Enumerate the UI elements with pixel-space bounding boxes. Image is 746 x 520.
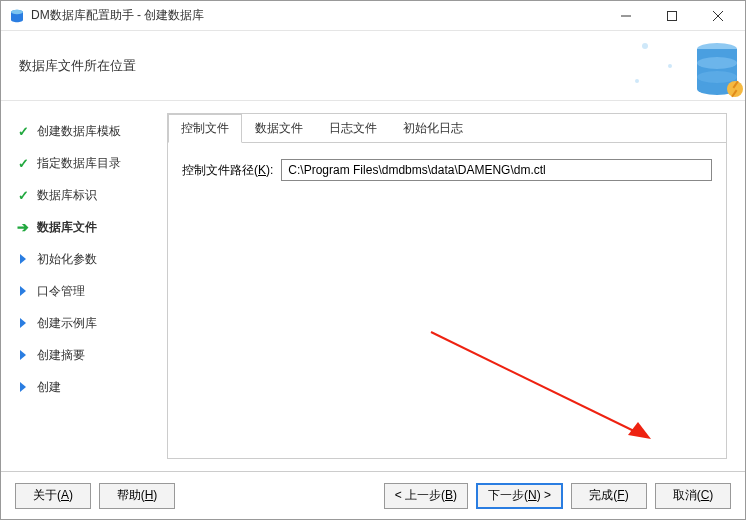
- step-item[interactable]: ➔数据库文件: [15, 211, 161, 243]
- path-label: 控制文件路径(K):: [182, 162, 273, 179]
- app-icon: [9, 8, 25, 24]
- checkmark-icon: ✓: [15, 124, 31, 139]
- control-file-row: 控制文件路径(K):: [168, 143, 726, 197]
- svg-point-15: [668, 64, 672, 68]
- step-label: 创建: [37, 379, 61, 396]
- db-decor-icon: [625, 31, 745, 101]
- finish-button[interactable]: 完成(F): [571, 483, 647, 509]
- checkmark-icon: ✓: [15, 156, 31, 171]
- step-label: 初始化参数: [37, 251, 97, 268]
- cancel-button[interactable]: 取消(C): [655, 483, 731, 509]
- svg-point-14: [642, 43, 648, 49]
- step-item[interactable]: 创建: [15, 371, 161, 403]
- page-subtitle: 数据库文件所在位置: [19, 57, 136, 75]
- about-button[interactable]: 关于(A): [15, 483, 91, 509]
- step-label: 创建数据库模板: [37, 123, 121, 140]
- help-button[interactable]: 帮助(H): [99, 483, 175, 509]
- step-item[interactable]: 口令管理: [15, 275, 161, 307]
- tab-2[interactable]: 日志文件: [316, 114, 390, 143]
- svg-rect-3: [668, 11, 677, 20]
- header: 数据库文件所在位置: [1, 31, 745, 101]
- svg-point-1: [11, 9, 23, 13]
- body: ✓创建数据库模板✓指定数据库目录✓数据库标识➔数据库文件初始化参数口令管理创建示…: [1, 101, 745, 471]
- content-panel: 控制文件数据文件日志文件初始化日志 控制文件路径(K):: [167, 113, 727, 459]
- step-item[interactable]: ✓数据库标识: [15, 179, 161, 211]
- step-label: 数据库标识: [37, 187, 97, 204]
- triangle-icon: [15, 286, 31, 296]
- next-button[interactable]: 下一步(N) >: [476, 483, 563, 509]
- step-label: 创建示例库: [37, 315, 97, 332]
- control-file-path-input[interactable]: [281, 159, 712, 181]
- svg-point-11: [727, 81, 743, 97]
- step-item[interactable]: 初始化参数: [15, 243, 161, 275]
- step-item[interactable]: 创建摘要: [15, 339, 161, 371]
- step-item[interactable]: ✓创建数据库模板: [15, 115, 161, 147]
- triangle-icon: [15, 350, 31, 360]
- arrow-right-icon: ➔: [15, 219, 31, 235]
- checkmark-icon: ✓: [15, 188, 31, 203]
- triangle-icon: [15, 318, 31, 328]
- footer: 关于(A) 帮助(H) < 上一步(B) 下一步(N) > 完成(F) 取消(C…: [1, 471, 745, 519]
- tab-0[interactable]: 控制文件: [168, 114, 242, 143]
- step-label: 创建摘要: [37, 347, 85, 364]
- triangle-icon: [15, 254, 31, 264]
- svg-point-10: [697, 71, 737, 83]
- maximize-button[interactable]: [649, 2, 695, 30]
- close-button[interactable]: [695, 2, 741, 30]
- step-label: 口令管理: [37, 283, 85, 300]
- content: 控制文件数据文件日志文件初始化日志 控制文件路径(K):: [161, 101, 745, 471]
- step-label: 数据库文件: [37, 219, 97, 236]
- step-item[interactable]: 创建示例库: [15, 307, 161, 339]
- titlebar: DM数据库配置助手 - 创建数据库: [1, 1, 745, 31]
- tabs: 控制文件数据文件日志文件初始化日志: [168, 114, 726, 143]
- svg-point-9: [697, 57, 737, 69]
- triangle-icon: [15, 382, 31, 392]
- back-button[interactable]: < 上一步(B): [384, 483, 468, 509]
- step-label: 指定数据库目录: [37, 155, 121, 172]
- tab-3[interactable]: 初始化日志: [390, 114, 476, 143]
- step-item[interactable]: ✓指定数据库目录: [15, 147, 161, 179]
- svg-point-16: [635, 79, 639, 83]
- minimize-button[interactable]: [603, 2, 649, 30]
- window: DM数据库配置助手 - 创建数据库 数据库文件所在位置 ✓创建数据库: [0, 0, 746, 520]
- steps-sidebar: ✓创建数据库模板✓指定数据库目录✓数据库标识➔数据库文件初始化参数口令管理创建示…: [1, 101, 161, 471]
- window-title: DM数据库配置助手 - 创建数据库: [31, 7, 603, 24]
- tab-1[interactable]: 数据文件: [242, 114, 316, 143]
